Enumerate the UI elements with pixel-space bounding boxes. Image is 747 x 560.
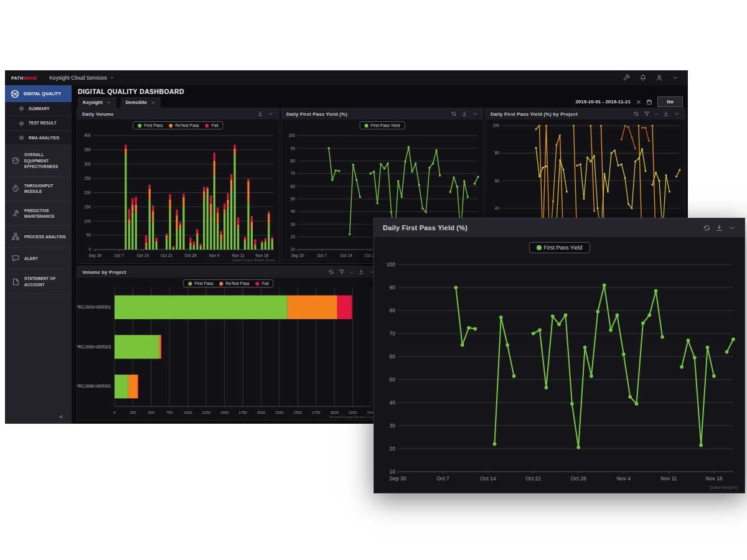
panel-title: Daily Volume bbox=[82, 111, 114, 117]
calendar-icon[interactable] bbox=[646, 99, 652, 105]
axis-caption: Date/Yield(%) bbox=[710, 485, 738, 490]
svg-text:PRCJ003<VER001: PRCJ003<VER001 bbox=[77, 305, 111, 309]
svg-text:Nov 18: Nov 18 bbox=[705, 475, 722, 482]
legend-dot bbox=[536, 245, 541, 250]
svg-text:20: 20 bbox=[390, 446, 396, 452]
legend-item[interactable]: First Pass bbox=[188, 281, 213, 286]
sidebar-item-summary[interactable]: SUMMARY bbox=[5, 102, 72, 115]
popup-daily-first-pass-yield: Daily First Pass Yield (%) First Pass Yi… bbox=[374, 218, 745, 493]
svg-text:100: 100 bbox=[492, 123, 499, 128]
chevron-down-icon[interactable] bbox=[472, 111, 478, 117]
go-button[interactable]: Go bbox=[657, 96, 683, 107]
chevron-down-icon[interactable] bbox=[672, 74, 679, 82]
chevron-small-icon[interactable] bbox=[654, 112, 659, 116]
svg-text:2000: 2000 bbox=[257, 411, 266, 414]
legend-item[interactable]: First Pass Yield bbox=[536, 245, 582, 251]
svg-text:1750: 1750 bbox=[238, 411, 247, 414]
sidebar-item-label: SUMMARY bbox=[29, 106, 50, 111]
page: PATHWAVE Keysight Cloud Services DIGITAL… bbox=[0, 0, 747, 560]
sidebar: DIGITAL QUALITY SUMMARYTEST RESULTRMA AN… bbox=[5, 85, 72, 424]
sidebar-item-rma-analysis[interactable]: RMA ANALYSIS bbox=[5, 131, 72, 144]
sidebar-header[interactable]: DIGITAL QUALITY bbox=[5, 85, 72, 102]
sidebar-item-label: STATEMENT OF ACCOUNT bbox=[24, 276, 68, 287]
svg-text:100: 100 bbox=[288, 133, 295, 138]
sidebar-item-statement-of-account[interactable]: STATEMENT OF ACCOUNT bbox=[5, 269, 72, 294]
legend-dot bbox=[220, 282, 223, 286]
sidebar-collapse-button[interactable]: « bbox=[59, 413, 63, 420]
app-menu[interactable]: Keysight Cloud Services bbox=[49, 75, 115, 81]
sidebar-item-throughput-module[interactable]: THROUGHPUT MODULE bbox=[5, 177, 72, 202]
legend: First PassReTest PassFail bbox=[183, 279, 273, 287]
legend-item[interactable]: ReTest Pass bbox=[169, 123, 199, 128]
chevron-down-icon[interactable] bbox=[674, 111, 680, 117]
popup-header[interactable]: Daily First Pass Yield (%) bbox=[374, 218, 745, 237]
sidebar-item-predictive-maintenance[interactable]: PREDICTIVE MAINTENANCE bbox=[5, 202, 72, 226]
axis-caption: Project/Unique Board Count bbox=[329, 415, 376, 419]
main-header: DIGITAL QUALITY DASHBOARD Keysight DemoS… bbox=[72, 85, 688, 108]
chevron-down-icon[interactable] bbox=[268, 111, 274, 117]
sync-icon[interactable] bbox=[703, 224, 711, 232]
panel-daily-volume: Daily Volume First PassReTest PassFail 0… bbox=[77, 108, 280, 264]
sync-icon[interactable] bbox=[328, 269, 334, 275]
svg-text:80: 80 bbox=[390, 307, 396, 314]
svg-text:Oct 7: Oct 7 bbox=[317, 253, 327, 258]
legend-item[interactable]: Fail bbox=[256, 281, 269, 286]
chevron-down-icon[interactable] bbox=[728, 224, 736, 232]
site-select[interactable]: DemoSite bbox=[121, 97, 161, 108]
download-icon[interactable] bbox=[257, 111, 263, 117]
svg-text:50: 50 bbox=[291, 197, 296, 201]
legend-label: ReTest Pass bbox=[226, 281, 250, 286]
svg-text:100: 100 bbox=[84, 219, 91, 223]
svg-text:Sep 30: Sep 30 bbox=[88, 253, 101, 258]
legend-dot bbox=[256, 282, 260, 286]
panel-header: Volume by Project bbox=[77, 266, 380, 278]
org-select[interactable]: Keysight bbox=[78, 97, 116, 108]
sidebar-item-process-analysis[interactable]: PROCESS ANALYSIS bbox=[5, 226, 72, 248]
svg-text:250: 250 bbox=[84, 176, 91, 180]
svg-text:50: 50 bbox=[87, 233, 92, 237]
filter-icon[interactable] bbox=[644, 111, 650, 117]
legend-dot bbox=[169, 124, 173, 128]
legend-item[interactable]: Fail bbox=[205, 123, 218, 128]
svg-text:40: 40 bbox=[390, 399, 396, 406]
bell-icon[interactable] bbox=[639, 74, 647, 82]
chevron-small-icon[interactable] bbox=[349, 270, 354, 274]
sync-icon[interactable] bbox=[633, 111, 639, 117]
filter-icon[interactable] bbox=[339, 269, 345, 275]
popup-body: First Pass Yield 102030405060708090100Se… bbox=[374, 237, 745, 493]
sidebar-item-alert[interactable]: ALERT bbox=[5, 248, 72, 269]
sidebar-item-overall-equipment-effectiveness[interactable]: OVERALL EQUIPMENT EFFECTIVENESS bbox=[5, 146, 72, 176]
panel-body: First PassReTest PassFail 05010015020025… bbox=[77, 119, 279, 263]
wrench-icon[interactable] bbox=[623, 74, 631, 82]
globe-icon bbox=[19, 106, 24, 111]
sidebar-item-label: RMA ANALYSIS bbox=[29, 135, 59, 141]
svg-text:Nov 11: Nov 11 bbox=[660, 475, 677, 482]
close-icon[interactable] bbox=[636, 99, 642, 105]
svg-text:2500: 2500 bbox=[294, 411, 303, 414]
svg-text:Oct 28: Oct 28 bbox=[571, 475, 586, 482]
tools-icon bbox=[11, 209, 20, 218]
download-icon[interactable] bbox=[358, 269, 364, 275]
popup-fpy-chart: 102030405060708090100Sep 30Oct 7Oct 14Oc… bbox=[374, 237, 745, 493]
download-icon[interactable] bbox=[663, 111, 669, 117]
svg-text:1500: 1500 bbox=[220, 411, 229, 414]
flowchart-icon bbox=[11, 232, 20, 241]
sync-icon[interactable] bbox=[451, 111, 457, 117]
download-icon[interactable] bbox=[715, 224, 723, 232]
svg-text:400: 400 bbox=[84, 133, 91, 138]
legend-item[interactable]: ReTest Pass bbox=[220, 281, 250, 286]
sidebar-item-label: TEST RESULT bbox=[29, 120, 57, 126]
topbar: PATHWAVE Keysight Cloud Services bbox=[5, 70, 688, 85]
sidebar-item-test-result[interactable]: TEST RESULT bbox=[5, 116, 72, 129]
legend-item[interactable]: First Pass Yield bbox=[365, 123, 400, 128]
legend-item[interactable]: First Pass bbox=[138, 123, 162, 128]
download-icon[interactable] bbox=[461, 111, 467, 117]
daily-volume-chart: 050100150200250300350400Sep 30Oct 7Oct 1… bbox=[77, 119, 279, 263]
date-range[interactable]: 2019-10-01 - 2019-11-21 bbox=[575, 99, 631, 105]
user-icon[interactable] bbox=[655, 74, 663, 82]
svg-text:90: 90 bbox=[390, 284, 396, 291]
filter-chips: Keysight DemoSite bbox=[78, 97, 161, 108]
legend-label: First Pass bbox=[194, 281, 213, 286]
panel-header: Daily First Pass Yield (%) by Project bbox=[486, 108, 685, 119]
panel-header: Daily Volume bbox=[77, 108, 279, 119]
